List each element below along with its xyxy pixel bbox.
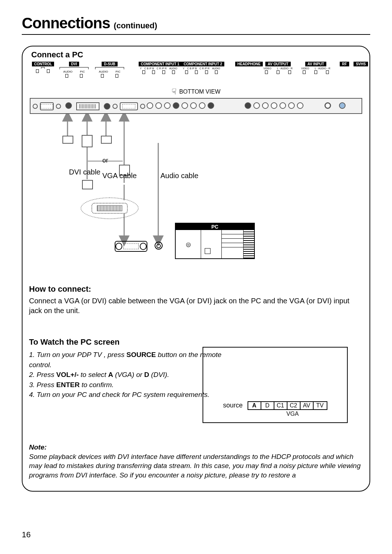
port-label-rf: RF (340, 62, 349, 66)
source-osd-box: source A D C1 C2 AV TV VGA (203, 347, 348, 423)
cd-drive-icon: ◎ (176, 230, 201, 258)
port-label-dsub: D-SUB (102, 62, 118, 66)
dvi-adapter-icon (91, 203, 128, 214)
power-button-icon (205, 248, 211, 254)
port-label-headphone: HEADPHONE (235, 62, 263, 66)
source-sub: VGA (203, 411, 347, 417)
port-label-dvi: DVI (69, 62, 79, 66)
port-label-control: CONTROL (32, 62, 54, 66)
port-label-avin: AV INPUT (305, 62, 326, 66)
source-label: source (223, 402, 242, 409)
vga-cable-label: VGA cable (102, 172, 137, 180)
port-label-svhs: SVHS (354, 62, 368, 66)
or-label: or (102, 157, 108, 164)
dvi-plug-icon (82, 135, 93, 147)
port-label-strip: CONTROL DVI AUDIOPIC D-SUB AUDIOPIC COMP… (30, 62, 362, 82)
source-cell-c2: C2 (287, 402, 301, 409)
audio-cable-label: Audio cable (160, 172, 199, 180)
hand-pointer-icon: ☟ (172, 87, 176, 97)
rear-port-bar (30, 98, 362, 114)
source-cells: A D C1 C2 AV TV (248, 401, 327, 410)
source-cell-av: AV (301, 402, 314, 409)
page-number: 16 (22, 530, 30, 539)
note-heading: Note: (29, 443, 47, 451)
panel-title: Connect a PC (23, 46, 369, 62)
note-text: Some playback devices with DVI interface… (29, 453, 360, 479)
source-cell-d: D (261, 402, 274, 409)
how-to-connect-text: Connect a VGA (or DVI) cable between the… (29, 296, 363, 316)
watch-pc-heading: To Watch the PC screen (29, 337, 369, 347)
port-label-comp2: COMPONENT INPUT 2 (181, 62, 224, 66)
watch-steps: 1. Turn on your PDP TV , press SOURCE bu… (29, 350, 232, 400)
connect-pc-panel: Connect a PC CONTROL DVI AUDIOPIC D-SUB … (22, 46, 370, 492)
page-title: Connections (22, 15, 110, 32)
dsub-audio-plug-icon (101, 136, 112, 144)
vga-connector-icon (115, 241, 147, 252)
how-to-connect-heading: How to connect: (29, 284, 369, 294)
pc-illustration: PC ◎ (175, 223, 255, 259)
source-cell-a: A (248, 402, 261, 409)
pc-label: PC (176, 223, 254, 230)
note-block: Note: Some playback devices with DVI int… (29, 443, 363, 480)
page-subtitle: (continued) (114, 21, 157, 32)
dvi-cable-label: DVI cable (69, 168, 101, 176)
cable-diagram: or DVI cable VGA cable Audio cable PC ◎ (30, 114, 362, 270)
drive-bays-icon (221, 230, 243, 258)
dvi-connector-icon (82, 180, 93, 189)
page-header: Connections (continued) (22, 15, 370, 35)
vent-icon (243, 230, 254, 258)
port-label-avout: AV OUTPUT (265, 62, 290, 66)
manual-page: Connections (continued) Connect a PC CON… (0, 0, 392, 554)
bottom-view-label: ☟ BOTTOM VIEW (23, 87, 369, 97)
source-cell-tv: TV (314, 402, 327, 409)
source-cell-c1: C1 (274, 402, 287, 409)
port-label-comp1: COMPONENT INPUT 1 (139, 62, 181, 66)
dvi-audio-plug-icon (62, 136, 73, 144)
audio-jack-icon (155, 242, 163, 250)
